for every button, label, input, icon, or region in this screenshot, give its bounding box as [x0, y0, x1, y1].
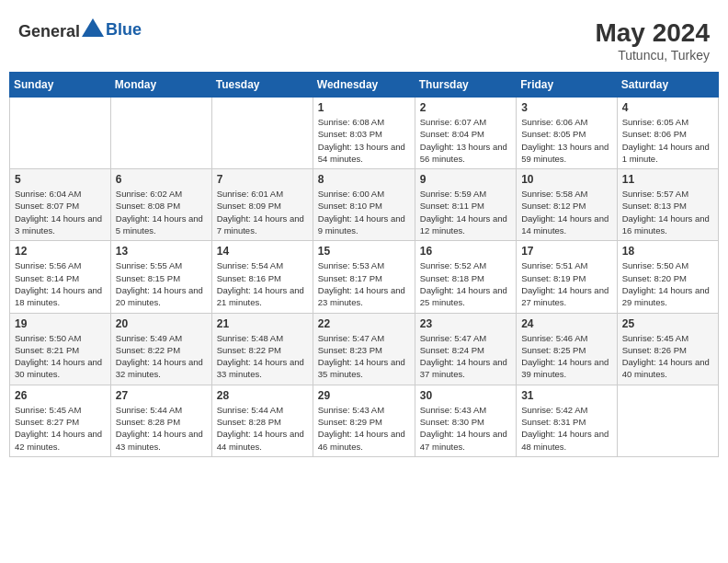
- header-tuesday: Tuesday: [211, 73, 313, 98]
- day-info: Sunrise: 5:50 AMSunset: 8:21 PMDaylight:…: [15, 332, 106, 381]
- day-number: 11: [622, 173, 713, 186]
- day-info: Sunrise: 5:53 AMSunset: 8:17 PMDaylight:…: [318, 259, 410, 308]
- calendar-cell: 16Sunrise: 5:52 AMSunset: 8:18 PMDayligh…: [415, 241, 516, 313]
- calendar-cell: 3Sunrise: 6:06 AMSunset: 8:05 PMDaylight…: [517, 98, 618, 169]
- day-info: Sunrise: 5:48 AMSunset: 8:22 PMDaylight:…: [217, 332, 308, 381]
- day-number: 24: [521, 317, 612, 330]
- day-number: 6: [116, 173, 207, 186]
- day-number: 18: [622, 245, 713, 258]
- day-info: Sunrise: 5:42 AMSunset: 8:31 PMDaylight:…: [521, 404, 612, 453]
- day-number: 17: [521, 245, 612, 258]
- day-number: 16: [420, 245, 511, 258]
- month-year: May 2024: [595, 18, 710, 48]
- day-info: Sunrise: 5:50 AMSunset: 8:20 PMDaylight:…: [622, 259, 713, 308]
- day-number: 23: [420, 317, 511, 330]
- header-friday: Friday: [517, 73, 618, 98]
- day-info: Sunrise: 5:44 AMSunset: 8:28 PMDaylight:…: [116, 404, 207, 453]
- calendar-cell: [617, 385, 718, 456]
- calendar-cell: 26Sunrise: 5:45 AMSunset: 8:27 PMDayligh…: [10, 385, 111, 456]
- calendar-cell: 30Sunrise: 5:43 AMSunset: 8:30 PMDayligh…: [415, 385, 516, 456]
- logo-icon: [82, 18, 104, 37]
- day-info: Sunrise: 6:05 AMSunset: 8:06 PMDaylight:…: [622, 116, 713, 165]
- calendar-cell: 25Sunrise: 5:45 AMSunset: 8:26 PMDayligh…: [617, 313, 718, 385]
- day-number: 10: [521, 173, 612, 186]
- svg-marker-0: [82, 18, 104, 37]
- calendar-week-5: 26Sunrise: 5:45 AMSunset: 8:27 PMDayligh…: [10, 385, 719, 456]
- day-info: Sunrise: 5:51 AMSunset: 8:19 PMDaylight:…: [521, 259, 612, 308]
- day-number: 8: [318, 173, 410, 186]
- calendar-cell: 10Sunrise: 5:58 AMSunset: 8:12 PMDayligh…: [517, 169, 618, 241]
- day-number: 12: [15, 245, 106, 258]
- day-info: Sunrise: 5:45 AMSunset: 8:26 PMDaylight:…: [622, 332, 713, 381]
- day-info: Sunrise: 5:46 AMSunset: 8:25 PMDaylight:…: [521, 332, 612, 381]
- calendar-cell: 23Sunrise: 5:47 AMSunset: 8:24 PMDayligh…: [415, 313, 516, 385]
- calendar-cell: 14Sunrise: 5:54 AMSunset: 8:16 PMDayligh…: [211, 241, 313, 313]
- header-wednesday: Wednesday: [313, 73, 415, 98]
- calendar-cell: 31Sunrise: 5:42 AMSunset: 8:31 PMDayligh…: [517, 385, 618, 456]
- day-info: Sunrise: 5:47 AMSunset: 8:23 PMDaylight:…: [318, 332, 410, 381]
- header-sunday: Sunday: [10, 73, 111, 98]
- calendar-cell: 18Sunrise: 5:50 AMSunset: 8:20 PMDayligh…: [617, 241, 718, 313]
- calendar-cell: [110, 98, 211, 169]
- calendar-cell: 12Sunrise: 5:56 AMSunset: 8:14 PMDayligh…: [10, 241, 111, 313]
- calendar-cell: 15Sunrise: 5:53 AMSunset: 8:17 PMDayligh…: [313, 241, 415, 313]
- day-info: Sunrise: 6:00 AMSunset: 8:10 PMDaylight:…: [318, 188, 410, 236]
- header-thursday: Thursday: [415, 73, 516, 98]
- day-info: Sunrise: 5:43 AMSunset: 8:29 PMDaylight:…: [318, 404, 410, 453]
- calendar-header-row: SundayMondayTuesdayWednesdayThursdayFrid…: [10, 73, 719, 98]
- calendar-cell: 4Sunrise: 6:05 AMSunset: 8:06 PMDaylight…: [617, 98, 718, 169]
- calendar-cell: 2Sunrise: 6:07 AMSunset: 8:04 PMDaylight…: [415, 98, 516, 169]
- calendar-cell: 9Sunrise: 5:59 AMSunset: 8:11 PMDaylight…: [415, 169, 516, 241]
- day-info: Sunrise: 6:06 AMSunset: 8:05 PMDaylight:…: [521, 116, 612, 165]
- day-number: 19: [15, 317, 106, 330]
- calendar-cell: 27Sunrise: 5:44 AMSunset: 8:28 PMDayligh…: [110, 385, 211, 456]
- calendar-week-4: 19Sunrise: 5:50 AMSunset: 8:21 PMDayligh…: [10, 313, 719, 385]
- day-number: 5: [15, 173, 106, 186]
- day-info: Sunrise: 5:52 AMSunset: 8:18 PMDaylight:…: [420, 259, 511, 308]
- calendar-cell: 28Sunrise: 5:44 AMSunset: 8:28 PMDayligh…: [211, 385, 313, 456]
- calendar-cell: [211, 98, 313, 169]
- header-monday: Monday: [110, 73, 211, 98]
- page-header: General Blue May 2024 Tutuncu, Turkey: [9, 9, 719, 67]
- header-saturday: Saturday: [617, 73, 718, 98]
- calendar-cell: 20Sunrise: 5:49 AMSunset: 8:22 PMDayligh…: [110, 313, 211, 385]
- day-number: 1: [318, 101, 410, 114]
- day-info: Sunrise: 6:02 AMSunset: 8:08 PMDaylight:…: [116, 188, 207, 236]
- calendar-cell: 5Sunrise: 6:04 AMSunset: 8:07 PMDaylight…: [10, 169, 111, 241]
- day-number: 30: [420, 389, 511, 402]
- calendar-cell: 17Sunrise: 5:51 AMSunset: 8:19 PMDayligh…: [517, 241, 618, 313]
- day-info: Sunrise: 6:04 AMSunset: 8:07 PMDaylight:…: [15, 188, 106, 236]
- day-info: Sunrise: 6:08 AMSunset: 8:03 PMDaylight:…: [318, 116, 410, 165]
- calendar-week-3: 12Sunrise: 5:56 AMSunset: 8:14 PMDayligh…: [10, 241, 719, 313]
- calendar-cell: 24Sunrise: 5:46 AMSunset: 8:25 PMDayligh…: [517, 313, 618, 385]
- day-number: 27: [116, 389, 207, 402]
- day-number: 31: [521, 389, 612, 402]
- calendar-week-1: 1Sunrise: 6:08 AMSunset: 8:03 PMDaylight…: [10, 98, 719, 169]
- day-number: 20: [116, 317, 207, 330]
- calendar-cell: 19Sunrise: 5:50 AMSunset: 8:21 PMDayligh…: [10, 313, 111, 385]
- location: Tutuncu, Turkey: [595, 48, 710, 63]
- day-number: 14: [217, 245, 308, 258]
- day-info: Sunrise: 5:56 AMSunset: 8:14 PMDaylight:…: [15, 259, 106, 308]
- day-number: 13: [116, 245, 207, 258]
- logo-blue: Blue: [106, 20, 142, 39]
- day-info: Sunrise: 5:55 AMSunset: 8:15 PMDaylight:…: [116, 259, 207, 308]
- day-info: Sunrise: 5:47 AMSunset: 8:24 PMDaylight:…: [420, 332, 511, 381]
- day-number: 7: [217, 173, 308, 186]
- calendar-cell: 22Sunrise: 5:47 AMSunset: 8:23 PMDayligh…: [313, 313, 415, 385]
- day-number: 2: [420, 101, 511, 114]
- day-number: 29: [318, 389, 410, 402]
- logo-general: General: [18, 22, 80, 40]
- day-number: 15: [318, 245, 410, 258]
- day-number: 26: [15, 389, 106, 402]
- logo: General Blue: [18, 18, 142, 41]
- day-number: 21: [217, 317, 308, 330]
- title-block: May 2024 Tutuncu, Turkey: [595, 18, 710, 63]
- day-info: Sunrise: 5:43 AMSunset: 8:30 PMDaylight:…: [420, 404, 511, 453]
- day-number: 25: [622, 317, 713, 330]
- day-info: Sunrise: 5:58 AMSunset: 8:12 PMDaylight:…: [521, 188, 612, 236]
- calendar-cell: 11Sunrise: 5:57 AMSunset: 8:13 PMDayligh…: [617, 169, 718, 241]
- day-info: Sunrise: 6:01 AMSunset: 8:09 PMDaylight:…: [217, 188, 308, 236]
- calendar-cell: 29Sunrise: 5:43 AMSunset: 8:29 PMDayligh…: [313, 385, 415, 456]
- day-number: 22: [318, 317, 410, 330]
